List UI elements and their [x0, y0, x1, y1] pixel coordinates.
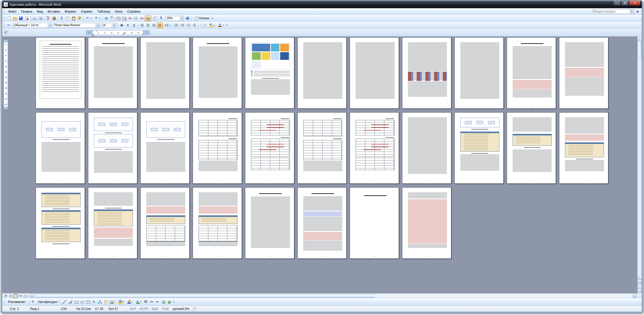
font-size-dropdown-icon[interactable]: ▼ [112, 23, 116, 27]
page-thumbnail-screenshot-red[interactable] [88, 187, 137, 259]
spelling-status-icon[interactable] [193, 307, 197, 310]
vertical-ruler[interactable]: 24681012141618202224 [4, 40, 8, 109]
insert-table-button[interactable] [115, 15, 121, 21]
tab-type-selector[interactable] [4, 30, 8, 34]
numbered-list-button[interactable] [173, 22, 179, 28]
page-thumbnail-appendix[interactable] [350, 187, 399, 259]
menu-view[interactable]: Вид [35, 8, 45, 14]
scroll-down-icon[interactable]: ▼ [638, 275, 642, 280]
underline-button[interactable]: Ч [131, 22, 137, 28]
zoom-combo[interactable]: ▼ [165, 16, 184, 21]
italic-button[interactable]: К [125, 22, 131, 28]
page-thumbnail-text[interactable] [350, 37, 399, 109]
oval-button[interactable] [79, 299, 85, 305]
page-thumbnail-text[interactable] [297, 37, 347, 109]
style-input[interactable] [13, 23, 48, 27]
format-painter-button[interactable] [76, 15, 82, 21]
normal-view-button[interactable] [3, 294, 8, 298]
page-thumbnail-text-red-table[interactable] [140, 187, 190, 259]
page-thumbnail-heading-text[interactable] [245, 187, 294, 259]
page-thumbnail-heading-text-red[interactable] [507, 37, 556, 109]
arrow-button[interactable] [67, 299, 73, 305]
web-layout-view-button[interactable] [8, 294, 13, 298]
columns-button[interactable] [133, 15, 139, 21]
horizontal-scroll-thumb[interactable] [34, 294, 375, 298]
page-thumbnail-references[interactable] [297, 187, 347, 259]
draw-menu-button[interactable]: Рисование ▾ [6, 299, 28, 305]
vertical-scrollbar[interactable]: ▲ ▼ ▲▲ ● ▼▼ [637, 36, 642, 293]
horizontal-scrollbar[interactable]: ◀ ▶ [29, 294, 637, 298]
page-thumbnail-diagram-2[interactable] [88, 112, 137, 184]
formula-button[interactable] [127, 15, 133, 21]
scroll-right-icon[interactable]: ▶ [632, 294, 637, 298]
toolbar-grip[interactable] [4, 299, 5, 304]
clip-art-button[interactable] [103, 299, 109, 305]
save-button[interactable] [18, 15, 24, 21]
line-style-button[interactable] [143, 299, 149, 305]
copy-button[interactable] [65, 15, 71, 21]
ask-question-input[interactable] [592, 9, 630, 14]
font-combo[interactable]: ▼ [53, 23, 100, 28]
research-button[interactable] [51, 15, 57, 21]
formula-2-button[interactable] [139, 15, 145, 21]
decrease-indent-button[interactable] [185, 22, 191, 28]
page-thumbnail-text-red[interactable] [559, 37, 608, 109]
status-mode-зап[interactable]: ЗАП [130, 307, 136, 311]
text-box-button[interactable] [85, 299, 91, 305]
horizontal-ruler[interactable]: 2 2468101214 [86, 30, 150, 35]
status-mode-вдл[interactable]: ВДЛ [152, 307, 158, 311]
font-size-input[interactable] [101, 23, 112, 27]
diagram-chart-button[interactable] [97, 299, 103, 305]
question-dropdown-icon[interactable]: ▼ [630, 9, 634, 14]
line-color-button[interactable]: ▾ [125, 299, 134, 305]
page-thumbnail-tables[interactable] [297, 112, 347, 184]
font-dropdown-icon[interactable]: ▼ [96, 23, 100, 27]
style-dropdown-icon[interactable]: ▼ [48, 23, 52, 27]
line-spacing-button[interactable]: ▾ [163, 22, 172, 28]
print-layout-view-button[interactable] [13, 294, 18, 298]
vertical-scroll-thumb[interactable] [638, 41, 641, 58]
page-thumbnail-heading-text[interactable] [193, 37, 242, 109]
menu-tools[interactable]: Сервис [79, 8, 95, 14]
menu-insert[interactable]: Вставка [45, 8, 62, 14]
font-color-button[interactable]: ▾ [216, 22, 225, 28]
shadow-style-button[interactable] [161, 299, 167, 305]
bulleted-list-button[interactable] [179, 22, 185, 28]
document-map-button[interactable] [152, 15, 158, 21]
drawing-button[interactable] [145, 15, 151, 21]
hanging-indent-marker[interactable] [92, 33, 94, 35]
align-right-button[interactable] [151, 22, 157, 28]
font-size-combo[interactable]: ▼ [101, 23, 116, 28]
undo-button[interactable]: ▾ [84, 15, 93, 21]
page-thumbnail-text-screenshot[interactable] [559, 112, 608, 184]
left-indent-marker[interactable] [92, 35, 94, 36]
highlight-button[interactable]: ▾ [208, 22, 216, 28]
minimize-button[interactable]: — [613, 1, 621, 6]
font-color-drawing-button[interactable]: ▾ [134, 299, 143, 305]
next-page-icon[interactable]: ▼▼ [638, 289, 642, 293]
help-button[interactable] [185, 15, 191, 21]
align-center-button[interactable] [145, 22, 151, 28]
menu-edit[interactable]: Правка [19, 8, 35, 14]
page-thumbnail-text[interactable] [454, 37, 504, 109]
page-thumbnail-toc[interactable] [36, 37, 85, 109]
permission-button[interactable] [24, 15, 30, 21]
arrow-style-button[interactable] [155, 299, 161, 305]
page-thumbnail-screenshot-wide[interactable] [507, 112, 556, 184]
toolbar-options-icon[interactable]: ▾▾ [225, 22, 228, 28]
styles-and-formatting-button[interactable] [6, 22, 12, 28]
menu-window[interactable]: Окно [112, 8, 125, 14]
print-button[interactable] [32, 15, 37, 21]
read-button[interactable]: Чтение [193, 15, 211, 21]
new-document-button[interactable] [6, 15, 12, 21]
select-browse-object-icon[interactable]: ● [638, 284, 642, 289]
style-combo[interactable]: ▼ [13, 23, 52, 28]
document-canvas[interactable] [9, 36, 637, 293]
outside-border-button[interactable]: ▾ [199, 22, 208, 28]
insert-hyperlink-button[interactable] [103, 15, 109, 21]
wordart-button[interactable] [91, 299, 97, 305]
page-thumbnail-diagram[interactable] [140, 112, 190, 184]
page-thumbnail-tables-red[interactable] [350, 112, 399, 184]
open-button[interactable] [12, 15, 18, 21]
tables-and-borders-button[interactable] [109, 15, 115, 21]
